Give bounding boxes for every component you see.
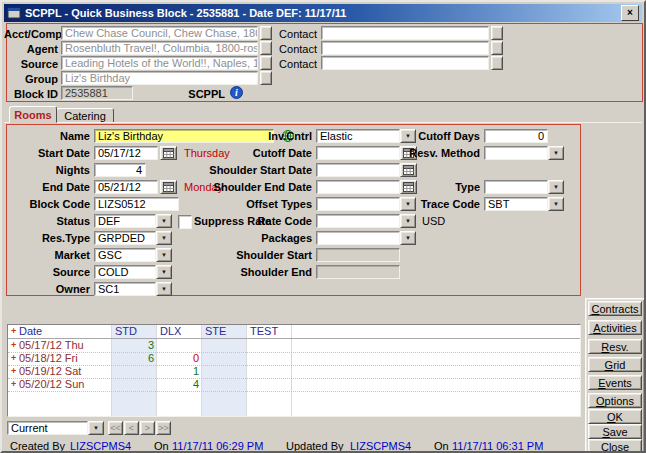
group-field[interactable]: Liz's Birthday	[61, 71, 258, 85]
status-field[interactable]: DEF	[94, 214, 156, 228]
resv-button[interactable]: Resv.	[588, 339, 642, 354]
grid-cell-dlx[interactable]: 1	[157, 365, 199, 378]
grid-cell-std[interactable]: 3	[112, 339, 154, 352]
row-marker-icon: +	[11, 339, 16, 352]
save-button[interactable]: Save	[588, 424, 642, 439]
grid-header: + Date STD DLX STE TEST	[8, 325, 580, 339]
grid-cell-std[interactable]: 6	[112, 352, 154, 365]
block-id-field: 2535881	[61, 86, 133, 100]
grid-row-date: 05/20/12 Sun	[19, 378, 84, 391]
start-date-field[interactable]: 05/17/12	[94, 146, 158, 160]
updated-by: LIZSCPMS4	[350, 439, 411, 453]
resv-method-dropdown-icon[interactable]: ▼	[548, 146, 564, 160]
block-code-label: Block Code	[6, 197, 90, 211]
updated-label: Updated By	[286, 439, 343, 453]
rate-code-label: Rate Code	[212, 214, 312, 228]
close-button[interactable]: Close	[588, 439, 642, 453]
type-field[interactable]	[484, 180, 548, 194]
type-dropdown-icon[interactable]: ▼	[548, 180, 564, 194]
source-label: Source	[6, 265, 90, 279]
tab-catering[interactable]: Catering	[56, 108, 114, 123]
nav-first-button[interactable]: <<	[108, 421, 123, 435]
end-date-field[interactable]: 05/21/12	[94, 180, 158, 194]
cutoff-days-field[interactable]: 0	[484, 129, 548, 143]
grid-row[interactable]: + 05/18/12 Fri 6 0	[8, 352, 580, 366]
res-type-label: Res.Type	[6, 231, 90, 245]
title-bar[interactable]: SCPPL - Quick Business Block - 2535881 -…	[4, 4, 642, 22]
info-icon[interactable]: i	[230, 86, 243, 99]
source-lookup-button[interactable]	[260, 56, 272, 70]
calendar-icon	[403, 165, 414, 175]
suppress-rate-checkbox[interactable]	[178, 215, 192, 229]
packages-label: Packages	[152, 231, 312, 245]
agent-lookup-button[interactable]	[260, 41, 272, 55]
group-label: Group	[4, 72, 58, 86]
source-header-field[interactable]: Leading Hotels of the World!!, Naples, 1…	[61, 56, 258, 70]
grid-button[interactable]: Grid	[588, 357, 642, 372]
events-button[interactable]: Events	[588, 375, 642, 390]
owner-dropdown-icon[interactable]: ▼	[156, 282, 172, 296]
window-title: SCPPL - Quick Business Block - 2535881 -…	[25, 7, 617, 19]
ok-button[interactable]: OK	[588, 409, 642, 424]
shoulder-start-date-calendar-button[interactable]	[400, 163, 417, 177]
row-marker-icon: +	[11, 378, 16, 391]
packages-dropdown-icon[interactable]: ▼	[400, 231, 416, 245]
res-type-field[interactable]: GRPDED	[94, 231, 156, 245]
nights-field[interactable]: 4	[94, 163, 146, 177]
owner-field[interactable]: SC1	[94, 282, 156, 296]
activities-button[interactable]: Activities	[588, 320, 642, 335]
source-field[interactable]: COLD	[94, 265, 156, 279]
grid-row[interactable]: + 05/17/12 Thu 3	[8, 339, 580, 353]
rate-code-dropdown-icon[interactable]: ▼	[400, 214, 416, 228]
grid-col-test[interactable]: TEST	[250, 325, 278, 338]
contact-label-1: Contact	[272, 27, 317, 41]
grid-cell-dlx[interactable]: 4	[157, 378, 199, 391]
row-marker-icon: +	[11, 325, 16, 338]
nav-next-button[interactable]: >	[140, 421, 155, 435]
grid-col-ste[interactable]: STE	[205, 325, 226, 338]
resv-method-field[interactable]	[484, 146, 548, 160]
shoulder-end-label: Shoulder End	[152, 265, 312, 279]
market-field[interactable]: GSC	[94, 248, 156, 262]
grid-row[interactable]: + 05/20/12 Sun 4	[8, 378, 580, 392]
market-label: Market	[6, 248, 90, 262]
grid-col-dlx[interactable]: DLX	[160, 325, 181, 338]
contact-lookup-button-2[interactable]	[491, 41, 503, 55]
contact-lookup-button-1[interactable]	[491, 26, 503, 40]
nav-last-button[interactable]: >>	[156, 421, 171, 435]
shoulder-start-date-field[interactable]	[316, 163, 400, 177]
cutoff-days-label: Cutoff Days	[382, 129, 480, 143]
contracts-button[interactable]: Contracts	[588, 301, 642, 316]
contact-field-3[interactable]	[321, 56, 489, 70]
updated-on-label: On	[434, 439, 449, 453]
grid-row[interactable]: + 05/19/12 Sat 1	[8, 365, 580, 379]
trace-code-dropdown-icon[interactable]: ▼	[548, 197, 564, 211]
contact-field-1[interactable]	[321, 26, 489, 40]
rate-code-field[interactable]	[316, 214, 400, 228]
acct-comp-field[interactable]: Chew Chase Council, Chew Chase, 1800	[61, 26, 258, 40]
nav-prev-button[interactable]: <	[124, 421, 139, 435]
view-selector-field[interactable]: Current	[7, 421, 88, 435]
close-icon[interactable]: ×	[621, 5, 639, 21]
trace-code-field[interactable]: SBT	[484, 197, 548, 211]
status-dropdown-icon[interactable]: ▼	[156, 214, 172, 228]
contact-field-2[interactable]	[321, 41, 489, 55]
tab-rooms[interactable]: Rooms	[9, 106, 57, 123]
contact-lookup-button-3[interactable]	[491, 56, 503, 70]
tab-strip-line	[4, 122, 642, 123]
created-on: 11/17/11 06:29 PM	[172, 439, 263, 453]
group-lookup-button[interactable]	[260, 71, 272, 85]
options-button[interactable]: Options	[588, 393, 642, 408]
owner-label: Owner	[6, 282, 90, 296]
source-header-label: Source	[4, 57, 58, 71]
agent-label: Agent	[4, 42, 58, 56]
grid-cell-dlx[interactable]: 0	[157, 352, 199, 365]
grid-col-std[interactable]: STD	[115, 325, 137, 338]
agent-field[interactable]: Rosenbluth Travel!, Columbia, 1800-roser	[61, 41, 258, 55]
currency-label: USD	[422, 214, 452, 228]
packages-field[interactable]	[316, 231, 400, 245]
acct-comp-lookup-button[interactable]	[260, 26, 272, 40]
shoulder-start-label: Shoulder Start	[152, 248, 312, 262]
view-selector-dropdown-icon[interactable]: ▼	[88, 421, 104, 435]
grid-col-date[interactable]: Date	[19, 325, 42, 338]
